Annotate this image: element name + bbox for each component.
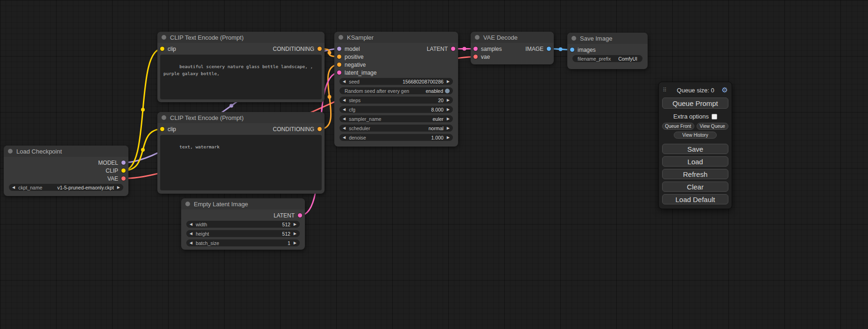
denoise-widget[interactable]: ◀ denoise 1.000 ▶ (339, 134, 453, 141)
node-ksampler[interactable]: KSampler model positive negative lat (334, 32, 458, 147)
decrement-arrow-icon[interactable]: ◀ (343, 126, 346, 130)
output-slot-latent[interactable]: LATENT (427, 45, 455, 53)
node-title-bar[interactable]: Load Checkpoint (4, 146, 128, 157)
increment-arrow-icon[interactable]: ▶ (447, 108, 450, 112)
input-slot-model[interactable]: model (337, 45, 377, 53)
node-clip-text-encode-1[interactable]: CLIP Text Encode (Prompt) clip CONDITION… (157, 32, 325, 102)
input-slot-images[interactable]: images (570, 46, 596, 54)
latent-slot-dot[interactable] (473, 47, 478, 51)
increment-arrow-icon[interactable]: ▶ (447, 80, 450, 84)
drag-handle-icon[interactable]: ⠿ (663, 87, 667, 93)
vae-slot-dot[interactable] (473, 55, 478, 59)
decrement-arrow-icon[interactable]: ◀ (343, 98, 346, 102)
load-default-button[interactable]: Load Default (662, 194, 728, 204)
increment-arrow-icon[interactable]: ▶ (447, 126, 450, 130)
graph-canvas[interactable]: Load Checkpoint MODEL CLIP VAE (0, 0, 868, 329)
queue-prompt-button[interactable]: Queue Prompt (662, 98, 728, 109)
increment-arrow-icon[interactable]: ▶ (447, 98, 450, 102)
queue-front-button[interactable]: Queue Front (662, 123, 694, 130)
decrement-arrow-icon[interactable]: ◀ (343, 117, 346, 121)
prompt-text-area[interactable]: beautiful scenery nature glass bottle la… (160, 55, 322, 99)
sampler-name-widget[interactable]: ◀ sampler_name euler ▶ (339, 115, 453, 122)
clip-slot-dot[interactable] (121, 168, 126, 173)
image-slot-dot[interactable] (547, 47, 551, 51)
output-slot-model[interactable]: MODEL (98, 159, 126, 167)
widget-label: width (196, 222, 207, 227)
prompt-text-area[interactable]: text, watermark (160, 135, 322, 190)
conditioning-slot-dot[interactable] (318, 47, 322, 51)
increment-arrow-icon[interactable]: ▶ (294, 232, 296, 236)
model-slot-dot[interactable] (121, 161, 126, 165)
extra-options-checkbox[interactable] (712, 114, 717, 119)
node-save-image[interactable]: Save Image images filename_prefix ComfyU… (567, 33, 648, 69)
batch-size-widget[interactable]: ◀ batch_size 1 ▶ (186, 239, 300, 246)
node-load-checkpoint[interactable]: Load Checkpoint MODEL CLIP VAE (4, 146, 128, 196)
view-history-button[interactable]: View History (674, 132, 717, 139)
load-button[interactable]: Load (662, 156, 728, 167)
random-seed-toggle-widget[interactable]: Random seed after every gen enabled (339, 87, 453, 94)
seed-widget[interactable]: ◀ seed 156680208700286 ▶ (339, 78, 453, 85)
decrement-arrow-icon[interactable]: ◀ (190, 223, 192, 226)
width-widget[interactable]: ◀ width 512 ▶ (186, 221, 300, 228)
steps-widget[interactable]: ◀ steps 20 ▶ (339, 97, 453, 104)
cfg-widget[interactable]: ◀ cfg 8.000 ▶ (339, 106, 453, 113)
node-title-bar[interactable]: CLIP Text Encode (Prompt) (157, 112, 325, 123)
decrement-arrow-icon[interactable]: ◀ (190, 241, 192, 245)
slot-label: clip (168, 46, 176, 52)
latent-slot-dot[interactable] (451, 47, 455, 51)
save-button[interactable]: Save (662, 144, 728, 154)
scheduler-widget[interactable]: ◀ scheduler normal ▶ (339, 125, 453, 132)
decrement-arrow-icon[interactable]: ◀ (12, 186, 15, 189)
vae-slot-dot[interactable] (121, 176, 126, 181)
input-slot-positive[interactable]: positive (337, 53, 377, 61)
refresh-button[interactable]: Refresh (662, 169, 728, 179)
node-clip-text-encode-2[interactable]: CLIP Text Encode (Prompt) clip CONDITION… (157, 112, 325, 194)
input-slot-vae[interactable]: vae (473, 53, 502, 61)
node-vae-decode[interactable]: VAE Decode samples vae IMAGE (471, 32, 554, 64)
view-queue-button[interactable]: View Queue (697, 123, 729, 130)
input-slot-samples[interactable]: samples (473, 45, 502, 53)
node-title-bar[interactable]: Empty Latent Image (181, 198, 305, 210)
input-slot-clip[interactable]: clip (160, 45, 176, 53)
decrement-arrow-icon[interactable]: ◀ (343, 80, 346, 84)
output-slot-image[interactable]: IMAGE (525, 45, 551, 53)
decrement-arrow-icon[interactable]: ◀ (343, 136, 346, 140)
increment-arrow-icon[interactable]: ▶ (447, 136, 450, 140)
height-widget[interactable]: ◀ height 512 ▶ (186, 230, 300, 237)
increment-arrow-icon[interactable]: ▶ (294, 223, 296, 226)
node-title-bar[interactable]: Save Image (567, 33, 648, 44)
conditioning-slot-dot[interactable] (337, 55, 341, 59)
decrement-arrow-icon[interactable]: ◀ (190, 232, 192, 236)
input-slot-latent-image[interactable]: latent_image (337, 69, 377, 77)
toggle-knob[interactable] (445, 89, 450, 93)
node-title-bar[interactable]: VAE Decode (471, 32, 554, 43)
filename-prefix-widget[interactable]: filename_prefix ComfyUI (572, 55, 642, 62)
node-title-bar[interactable]: CLIP Text Encode (Prompt) (157, 32, 325, 43)
output-slot-vae[interactable]: VAE (98, 175, 126, 182)
increment-arrow-icon[interactable]: ▶ (117, 186, 120, 189)
output-slot-conditioning[interactable]: CONDITIONING (273, 45, 322, 53)
clip-slot-dot[interactable] (160, 47, 164, 51)
conditioning-slot-dot[interactable] (337, 63, 341, 67)
output-slot-latent[interactable]: LATENT (274, 211, 302, 219)
decrement-arrow-icon[interactable]: ◀ (343, 108, 346, 112)
image-slot-dot[interactable] (570, 48, 574, 52)
latent-slot-dot[interactable] (337, 70, 341, 75)
clip-slot-dot[interactable] (160, 127, 164, 131)
slot-label: negative (345, 62, 366, 68)
latent-slot-dot[interactable] (298, 213, 302, 217)
node-title-bar[interactable]: KSampler (334, 32, 458, 43)
increment-arrow-icon[interactable]: ▶ (447, 117, 450, 121)
output-slot-clip[interactable]: CLIP (98, 167, 126, 175)
input-slot-negative[interactable]: negative (337, 61, 377, 69)
model-slot-dot[interactable] (337, 47, 341, 51)
output-slot-conditioning[interactable]: CONDITIONING (273, 125, 322, 133)
settings-gear-icon[interactable]: ⚙ (722, 86, 728, 94)
node-empty-latent-image[interactable]: Empty Latent Image LATENT ◀ width 512 ▶ … (181, 198, 305, 250)
conditioning-slot-dot[interactable] (318, 127, 322, 131)
increment-arrow-icon[interactable]: ▶ (294, 241, 296, 245)
input-slot-clip[interactable]: clip (160, 125, 176, 133)
clear-button[interactable]: Clear (662, 182, 728, 192)
slot-label: MODEL (98, 160, 118, 166)
ckpt-name-widget[interactable]: ◀ ckpt_name v1-5-pruned-emaonly.ckpt ▶ (9, 184, 123, 191)
